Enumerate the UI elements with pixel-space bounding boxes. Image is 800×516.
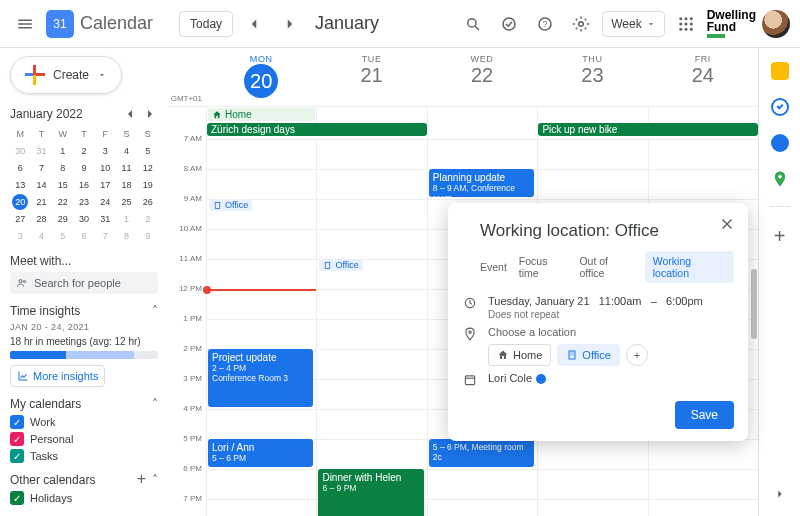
day-header[interactable]: WED22 [427, 48, 537, 106]
mini-calendar-day[interactable]: 15 [53, 177, 73, 193]
search-people-input[interactable]: Search for people [10, 272, 158, 294]
day-column[interactable]: OfficeProject update2 – 4 PMConference R… [206, 139, 316, 516]
tab-out-of-office[interactable]: Out of office [579, 255, 632, 279]
mini-calendar-day[interactable]: 7 [31, 160, 51, 176]
day-header[interactable]: TUE21 [316, 48, 426, 106]
mini-calendar-day[interactable]: 23 [74, 194, 94, 210]
day-header[interactable]: FRI24 [648, 48, 758, 106]
mini-calendar-day[interactable]: 16 [74, 177, 94, 193]
close-button[interactable] [712, 209, 742, 239]
search-icon[interactable] [458, 9, 488, 39]
mini-calendar-day[interactable]: 29 [53, 211, 73, 227]
side-panel-add-button[interactable]: + [774, 225, 786, 248]
calendar-item-tasks[interactable]: ✓Tasks [10, 449, 158, 463]
mini-calendar-day[interactable]: 25 [116, 194, 136, 210]
mini-calendar-day[interactable]: 3 [10, 228, 30, 244]
create-button[interactable]: Create [10, 56, 122, 94]
mini-calendar-day[interactable]: 12 [138, 160, 158, 176]
more-insights-button[interactable]: More insights [10, 365, 105, 387]
today-button[interactable]: Today [179, 11, 233, 37]
tab-focus-time[interactable]: Focus time [519, 255, 568, 279]
hide-side-panel-button[interactable] [773, 487, 787, 504]
side-panel-contacts-icon[interactable] [771, 134, 789, 152]
side-panel-maps-icon[interactable] [771, 170, 789, 188]
scrollbar[interactable] [750, 139, 758, 516]
mini-prev-button[interactable] [122, 106, 138, 122]
mini-calendar-day[interactable]: 31 [95, 211, 115, 227]
popup-repeat[interactable]: Does not repeat [488, 309, 703, 320]
mini-calendar-day[interactable]: 7 [95, 228, 115, 244]
mini-calendar-day[interactable]: 9 [138, 228, 158, 244]
calendar-event[interactable]: 5 – 6 PM, Meeting room 2c [429, 439, 534, 467]
mini-calendar-day[interactable]: 8 [116, 228, 136, 244]
mini-calendar-day[interactable]: 4 [31, 228, 51, 244]
checkbox-checked-icon[interactable]: ✓ [10, 491, 24, 505]
checkbox-checked-icon[interactable]: ✓ [10, 415, 24, 429]
working-location-home-chip[interactable]: Home [208, 108, 315, 121]
side-panel-keep-icon[interactable] [771, 62, 789, 80]
mini-calendar-day[interactable]: 5 [53, 228, 73, 244]
mini-calendar-day[interactable]: 2 [138, 211, 158, 227]
mini-calendar-day[interactable]: 27 [10, 211, 30, 227]
mini-calendar-day[interactable]: 24 [95, 194, 115, 210]
prev-period-button[interactable] [239, 9, 269, 39]
calendar-item-personal[interactable]: ✓Personal [10, 432, 158, 446]
mini-calendar-day[interactable]: 17 [95, 177, 115, 193]
calendar-item-work[interactable]: ✓Work [10, 415, 158, 429]
mini-calendar-grid[interactable]: MTWTFSS303112345678910111213141516171819… [10, 126, 158, 244]
mini-calendar-day[interactable]: 20 [12, 194, 28, 210]
working-location-office-chip[interactable]: Office [319, 259, 362, 271]
popup-when-start[interactable]: 11:00am [599, 295, 642, 307]
collapse-icon[interactable]: ˄ [152, 304, 158, 318]
account-avatar[interactable] [762, 10, 790, 38]
checkbox-checked-icon[interactable]: ✓ [10, 432, 24, 446]
mini-calendar-day[interactable]: 6 [10, 160, 30, 176]
mini-calendar-day[interactable]: 28 [31, 211, 51, 227]
mini-calendar-day[interactable]: 14 [31, 177, 51, 193]
tasks-check-icon[interactable] [494, 9, 524, 39]
main-menu-button[interactable] [10, 9, 40, 39]
mini-calendar-day[interactable]: 2 [74, 143, 94, 159]
calendar-event[interactable]: Planning update8 – 9 AM, Conference room [429, 169, 534, 197]
day-header[interactable]: MON20 [206, 48, 316, 106]
mini-calendar-day[interactable]: 9 [74, 160, 94, 176]
calendar-item-holidays[interactable]: ✓Holidays [10, 491, 158, 505]
mini-calendar-day[interactable]: 1 [116, 211, 136, 227]
mini-next-button[interactable] [142, 106, 158, 122]
checkbox-checked-icon[interactable]: ✓ [10, 449, 24, 463]
add-location-button[interactable]: + [626, 344, 648, 366]
settings-gear-icon[interactable] [566, 9, 596, 39]
calendar-event[interactable]: Lori / Ann5 – 6 PM [208, 439, 313, 467]
mini-calendar-day[interactable]: 10 [95, 160, 115, 176]
allday-event-zurich[interactable]: Zürich design days [207, 123, 427, 136]
day-header[interactable]: THU23 [537, 48, 647, 106]
location-option-office[interactable]: Office [557, 344, 620, 366]
popup-owner[interactable]: Lori Cole [488, 372, 532, 384]
help-icon[interactable]: ? [530, 9, 560, 39]
mini-calendar-day[interactable]: 1 [53, 143, 73, 159]
location-option-home[interactable]: Home [488, 344, 551, 366]
mini-calendar-day[interactable]: 11 [116, 160, 136, 176]
working-location-office-chip[interactable]: Office [209, 199, 252, 211]
mini-calendar-day[interactable]: 6 [74, 228, 94, 244]
allday-event-pickup[interactable]: Pick up new bike [538, 123, 758, 136]
mini-calendar-day[interactable]: 22 [53, 194, 73, 210]
calendar-event[interactable]: Project update2 – 4 PMConference Room 3 [208, 349, 313, 407]
mini-calendar-day[interactable]: 8 [53, 160, 73, 176]
mini-calendar-day[interactable]: 21 [31, 194, 51, 210]
next-period-button[interactable] [275, 9, 305, 39]
tab-event[interactable]: Event [480, 261, 507, 273]
mini-calendar-day[interactable]: 13 [10, 177, 30, 193]
tab-working-location[interactable]: Working location [645, 251, 734, 283]
collapse-icon[interactable]: ˄ [152, 473, 158, 487]
collapse-icon[interactable]: ˄ [152, 397, 158, 411]
mini-calendar-day[interactable]: 31 [31, 143, 51, 159]
apps-grid-icon[interactable] [671, 9, 701, 39]
mini-calendar-day[interactable]: 18 [116, 177, 136, 193]
mini-calendar-day[interactable]: 30 [10, 143, 30, 159]
mini-calendar-day[interactable]: 19 [138, 177, 158, 193]
side-panel-tasks-icon[interactable] [771, 98, 789, 116]
save-button[interactable]: Save [675, 401, 734, 429]
mini-calendar-day[interactable]: 5 [138, 143, 158, 159]
popup-when-date[interactable]: Tuesday, January 21 [488, 295, 590, 307]
